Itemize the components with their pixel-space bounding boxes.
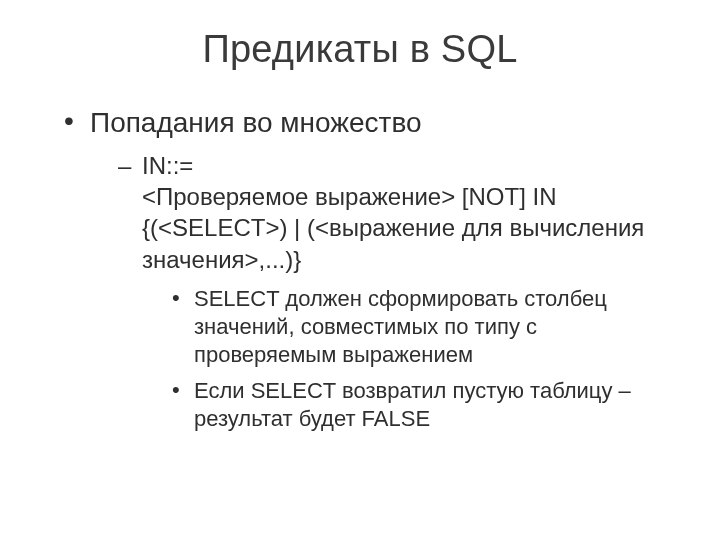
subsub-text-1: SELECT должен сформировать столбец значе… [194, 286, 607, 367]
bullet-list: Попадания во множество IN::= <Проверяемо… [50, 105, 670, 434]
subsub-item-2: Если SELECT возвратил пустую таблицу – р… [172, 377, 670, 433]
sub-text-1: IN::= <Проверяемое выражение> [NOT] IN {… [142, 152, 644, 273]
bullet-text-1: Попадания во множество [90, 107, 422, 138]
sub-item-1: IN::= <Проверяемое выражение> [NOT] IN {… [118, 150, 670, 434]
subsub-item-1: SELECT должен сформировать столбец значе… [172, 285, 670, 369]
bullet-item-1: Попадания во множество IN::= <Проверяемо… [62, 105, 670, 434]
subsub-list: SELECT должен сформировать столбец значе… [142, 285, 670, 434]
slide-title: Предикаты в SQL [50, 28, 670, 71]
subsub-text-2: Если SELECT возвратил пустую таблицу – р… [194, 378, 631, 431]
sub-list: IN::= <Проверяемое выражение> [NOT] IN {… [90, 150, 670, 434]
slide: Предикаты в SQL Попадания во множество I… [0, 0, 720, 540]
